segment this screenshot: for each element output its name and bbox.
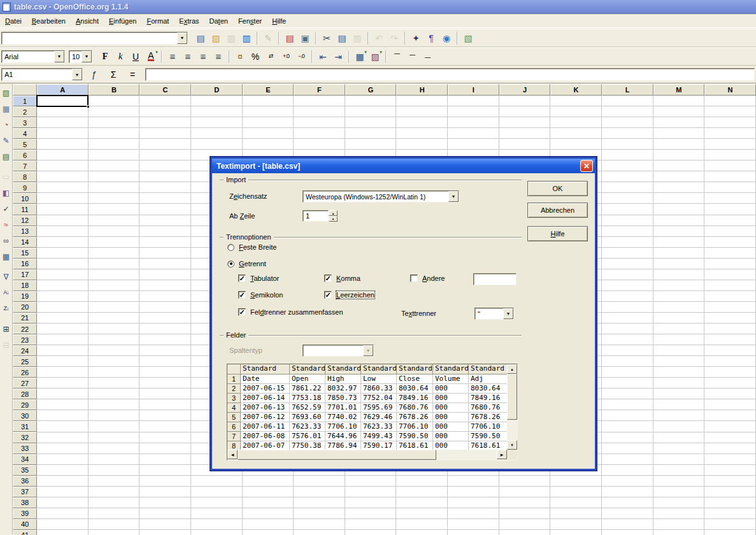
sort-descending-icon[interactable]: Z↓ bbox=[1, 303, 12, 314]
column-header-j[interactable]: J bbox=[499, 84, 551, 96]
italic-button[interactable]: k bbox=[113, 50, 128, 64]
column-header-b[interactable]: B bbox=[89, 84, 140, 96]
group-icon[interactable]: ⊞ bbox=[1, 324, 12, 334]
row-header-38[interactable]: 38 bbox=[13, 497, 37, 508]
bold-button[interactable]: F bbox=[97, 50, 113, 64]
chevron-down-icon[interactable]: ▼ bbox=[72, 69, 82, 80]
menu-extras[interactable]: Extras bbox=[174, 15, 204, 27]
charset-combo[interactable]: Westeuropa (Windows-1252/WinLatin 1) ▼ bbox=[303, 190, 459, 203]
copy-icon[interactable]: ▤ bbox=[334, 31, 350, 45]
row-header-1[interactable]: 1 bbox=[13, 96, 37, 106]
preview-column-type-1[interactable]: Standard bbox=[241, 364, 290, 374]
justify-button[interactable]: ≡ bbox=[211, 50, 226, 64]
underline-button[interactable]: U bbox=[128, 50, 143, 64]
row-header-5[interactable]: 5 bbox=[13, 139, 37, 150]
sort-ascending-icon[interactable]: A↓ bbox=[1, 287, 12, 298]
cut-icon[interactable]: ✂ bbox=[319, 31, 334, 45]
number-standard-button[interactable]: ⇄ bbox=[263, 50, 278, 64]
select-all-corner[interactable] bbox=[13, 84, 37, 96]
row-header-28[interactable]: 28 bbox=[13, 389, 37, 399]
font-name-combo[interactable]: Arial ▼ bbox=[1, 50, 65, 63]
scroll-left-icon[interactable]: ◀ bbox=[227, 450, 238, 459]
row-header-32[interactable]: 32 bbox=[13, 432, 37, 443]
column-header-k[interactable]: K bbox=[550, 84, 602, 96]
preview-column-type-7[interactable]: Standard bbox=[469, 364, 507, 374]
radio-icon[interactable] bbox=[227, 260, 234, 268]
open-icon[interactable]: ▨ bbox=[208, 31, 224, 45]
row-header-12[interactable]: 12 bbox=[13, 215, 37, 226]
preview-horizontal-scrollbar[interactable]: ◀ ▶ bbox=[227, 450, 507, 460]
row-header-16[interactable]: 16 bbox=[13, 259, 37, 269]
number-currency-button[interactable]: ¤ bbox=[232, 50, 248, 64]
url-combo[interactable]: ▼ bbox=[1, 32, 188, 45]
column-header-h[interactable]: H bbox=[396, 84, 448, 96]
function-wizard-icon[interactable]: ƒ bbox=[87, 68, 102, 82]
row-header-22[interactable]: 22 bbox=[13, 324, 37, 334]
stylist-icon[interactable]: ¶ bbox=[424, 31, 439, 45]
row-header-33[interactable]: 33 bbox=[13, 443, 37, 454]
dialog-titlebar[interactable]: Textimport - [table.csv] ✕ bbox=[212, 159, 595, 173]
row-header-14[interactable]: 14 bbox=[13, 237, 37, 248]
data-sources-icon[interactable]: ▦ bbox=[1, 251, 12, 262]
chevron-down-icon[interactable]: ▼ bbox=[54, 51, 64, 62]
gallery-icon[interactable]: ▧ bbox=[460, 31, 476, 45]
row-header-34[interactable]: 34 bbox=[13, 454, 37, 465]
checkbox-icon[interactable]: ✓ bbox=[238, 308, 246, 316]
save-as-icon[interactable]: ▥ bbox=[239, 31, 254, 45]
column-header-m[interactable]: M bbox=[653, 84, 705, 96]
menu-hilfe[interactable]: Hilfe bbox=[267, 15, 291, 27]
help-button[interactable]: Hilfe bbox=[527, 226, 588, 241]
borders-button[interactable]: ▦▼ bbox=[352, 50, 367, 64]
insert-icon[interactable]: ▧ bbox=[1, 87, 12, 98]
row-header-17[interactable]: 17 bbox=[13, 269, 37, 280]
column-header-d[interactable]: D bbox=[191, 84, 243, 96]
row-header-40[interactable]: 40 bbox=[13, 519, 37, 530]
ok-button[interactable]: OK bbox=[527, 181, 588, 196]
insert-cells-icon[interactable]: ▦ bbox=[1, 103, 12, 114]
column-header-e[interactable]: E bbox=[243, 84, 294, 96]
dropdown-arrow-icon[interactable]: ▼ bbox=[155, 50, 159, 54]
chevron-down-icon[interactable]: ▼ bbox=[448, 191, 459, 202]
semicolon-checkbox[interactable]: ✓ Semikolon bbox=[238, 291, 283, 299]
row-header-19[interactable]: 19 bbox=[13, 291, 37, 302]
menu-datei[interactable]: Datei bbox=[0, 15, 27, 27]
scroll-up-icon[interactable]: ▲ bbox=[507, 364, 517, 374]
row-header-37[interactable]: 37 bbox=[13, 487, 37, 497]
align-center-button[interactable]: ≡ bbox=[180, 50, 196, 64]
column-header-l[interactable]: L bbox=[602, 84, 653, 96]
menu-einfgen[interactable]: Einfügen bbox=[104, 15, 141, 27]
preview-vertical-scrollbar[interactable]: ▲ ▼ bbox=[507, 364, 517, 450]
cell-reference-box[interactable]: A1 ▼ bbox=[1, 68, 83, 81]
draw-functions-icon[interactable]: ✎ bbox=[1, 135, 12, 146]
increase-indent-button[interactable]: ⇥ bbox=[331, 50, 346, 64]
row-header-7[interactable]: 7 bbox=[13, 160, 37, 171]
menu-bearbeiten[interactable]: Bearbeiten bbox=[27, 15, 71, 27]
scroll-down-icon[interactable]: ▼ bbox=[507, 440, 517, 450]
align-left-button[interactable]: ≡ bbox=[165, 50, 180, 64]
preview-column-type-6[interactable]: Standard bbox=[433, 364, 469, 374]
autospellcheck-icon[interactable]: ≈ bbox=[1, 219, 12, 230]
column-header-a[interactable]: A bbox=[37, 84, 89, 96]
row-header-35[interactable]: 35 bbox=[13, 465, 37, 476]
row-header-3[interactable]: 3 bbox=[13, 117, 37, 128]
menu-fenster[interactable]: Fenster bbox=[233, 15, 267, 27]
row-header-36[interactable]: 36 bbox=[13, 476, 37, 487]
row-header-24[interactable]: 24 bbox=[13, 345, 37, 356]
del-decimal-button[interactable]: −.0 bbox=[294, 50, 309, 64]
merge-delimiters-checkbox[interactable]: ✓ Feldtrenner zusammenfassen bbox=[238, 308, 343, 316]
row-header-8[interactable]: 8 bbox=[13, 171, 37, 182]
row-header-13[interactable]: 13 bbox=[13, 226, 37, 237]
space-checkbox[interactable]: ✓ Leerzeichen bbox=[324, 291, 374, 299]
font-color-button[interactable]: A▼ bbox=[143, 50, 159, 64]
checkbox-icon[interactable] bbox=[410, 275, 418, 282]
row-header-26[interactable]: 26 bbox=[13, 367, 37, 378]
row-header-20[interactable]: 20 bbox=[13, 302, 37, 313]
row-header-2[interactable]: 2 bbox=[13, 106, 37, 117]
row-header-18[interactable]: 18 bbox=[13, 280, 37, 291]
column-header-g[interactable]: G bbox=[345, 84, 397, 96]
autofilter-icon[interactable]: ∇ bbox=[1, 271, 12, 282]
scroll-right-icon[interactable]: ▶ bbox=[497, 450, 507, 459]
delimited-radio[interactable]: Getrennt bbox=[227, 260, 266, 268]
checkbox-icon[interactable]: ✓ bbox=[238, 291, 246, 299]
selected-cell-a1[interactable] bbox=[36, 95, 89, 107]
